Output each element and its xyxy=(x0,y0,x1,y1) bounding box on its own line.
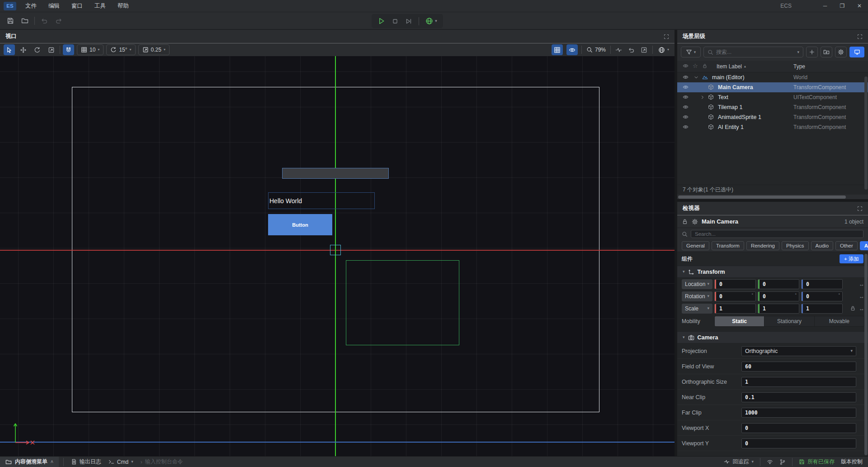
eye-icon[interactable] xyxy=(683,104,689,110)
move-tool-button[interactable] xyxy=(18,44,29,55)
output-log-button[interactable]: 输出日志 xyxy=(71,458,101,466)
add-component-button[interactable]: + 添加 xyxy=(840,254,863,263)
viewport-x-input[interactable]: 0 xyxy=(741,423,856,433)
lock-column-icon[interactable] xyxy=(702,63,708,69)
scale-x-field[interactable]: 1 xyxy=(714,304,756,314)
grid-snap-dropdown[interactable]: 10▾ xyxy=(77,44,104,55)
select-tool-button[interactable] xyxy=(4,44,15,55)
filter-dropdown[interactable]: ▾ xyxy=(681,47,701,57)
add-folder-button[interactable] xyxy=(821,47,832,57)
field-of-view-input[interactable]: 60 xyxy=(741,362,856,372)
hierarchy-horizontal-scrollbar[interactable] xyxy=(677,195,868,199)
app-logo[interactable]: ES xyxy=(4,2,16,10)
lock-icon[interactable] xyxy=(682,219,688,225)
rotation-x-field[interactable]: 0° xyxy=(714,291,756,301)
fullscreen-icon[interactable] xyxy=(640,45,649,55)
hierarchy-settings-button[interactable] xyxy=(835,47,847,57)
step-button[interactable] xyxy=(405,18,412,25)
rotation-dropdown[interactable]: Rotation▾ xyxy=(682,291,712,301)
scale-snap-dropdown[interactable]: 0.25▾ xyxy=(138,44,170,55)
location-y-field[interactable]: 0 xyxy=(758,279,799,289)
chevron-right-icon[interactable] xyxy=(700,95,705,100)
ui-button-element[interactable]: Button xyxy=(268,214,332,235)
item-label-column[interactable]: Item Label ▲ xyxy=(717,63,746,70)
redo-button[interactable] xyxy=(54,16,64,26)
favorite-column-icon[interactable]: ☆ xyxy=(693,63,698,69)
tree-row-main[interactable]: main (Editor) World xyxy=(677,72,868,82)
scene-canvas[interactable]: Hello World Button xyxy=(0,56,675,456)
scale-tool-button[interactable] xyxy=(46,44,57,55)
ui-text-element[interactable]: Hello World xyxy=(268,192,375,209)
version-control-button[interactable]: 版本控制 xyxy=(841,458,863,466)
scale-dropdown[interactable]: Scale▾ xyxy=(682,304,712,314)
menu-tools[interactable]: 工具 xyxy=(94,2,106,10)
tab-transform[interactable]: Transform xyxy=(712,241,744,250)
play-button[interactable] xyxy=(377,17,385,25)
backtrace-dropdown[interactable]: 回追踪▾ xyxy=(724,458,754,466)
tab-all[interactable]: All xyxy=(860,241,868,250)
scale-y-field[interactable]: 1 xyxy=(758,304,799,314)
view-mode-button[interactable] xyxy=(849,47,864,57)
mobility-stationary[interactable]: Stationary xyxy=(764,316,814,326)
tree-row-ai-entity[interactable]: AI Entity 1 TransformComponent xyxy=(677,122,868,132)
ui-slider-element[interactable] xyxy=(282,168,389,179)
add-entity-button[interactable] xyxy=(806,47,818,57)
transform-section-header[interactable]: ▾ Transform xyxy=(677,266,868,278)
location-z-field[interactable]: 0 xyxy=(801,279,843,289)
scale-z-field[interactable]: 1 xyxy=(801,304,843,314)
menu-edit[interactable]: 编辑 xyxy=(48,2,60,10)
maximize-button[interactable]: ❐ xyxy=(834,0,851,12)
hierarchy-expand-icon[interactable] xyxy=(857,34,863,39)
near-clip-input[interactable]: 0.1 xyxy=(741,392,856,402)
eye-icon[interactable] xyxy=(683,94,689,100)
rotate-snap-dropdown[interactable]: 15°▾ xyxy=(106,44,135,55)
snap-toggle-button[interactable] xyxy=(63,44,74,55)
eye-icon[interactable] xyxy=(683,84,689,90)
camera-section-header[interactable]: ▾ Camera xyxy=(677,331,868,343)
tab-physics[interactable]: Physics xyxy=(782,241,809,250)
mobility-movable[interactable]: Movable xyxy=(815,316,864,326)
grid-visibility-button[interactable] xyxy=(552,44,563,55)
zoom-level[interactable]: 79% xyxy=(585,44,607,55)
location-dropdown[interactable]: Location▾ xyxy=(682,279,712,289)
console-command-input[interactable]: ›输入控制台命令 xyxy=(141,458,183,466)
tab-audio[interactable]: Audio xyxy=(811,241,833,250)
tab-rendering[interactable]: Rendering xyxy=(746,241,779,250)
location-x-field[interactable]: 0 xyxy=(714,279,756,289)
open-folder-button[interactable] xyxy=(20,16,30,26)
cmd-dropdown[interactable]: Cmd▾ xyxy=(108,459,133,465)
menu-window[interactable]: 窗口 xyxy=(71,2,83,10)
projection-dropdown[interactable]: Orthographic▾ xyxy=(741,346,856,356)
rotation-z-field[interactable]: 0° xyxy=(801,291,843,301)
inspector-vertical-scrollbar[interactable] xyxy=(864,254,868,455)
close-button[interactable]: ✕ xyxy=(851,0,868,12)
tree-row-animatedsprite[interactable]: AnimatedSprite 1 TransformComponent xyxy=(677,112,868,122)
link-axes-icon[interactable]: ↔ xyxy=(859,305,864,312)
undo-button[interactable] xyxy=(39,16,49,26)
branch-icon[interactable] xyxy=(779,459,786,465)
eye-icon[interactable] xyxy=(683,114,689,120)
tree-row-main-camera[interactable]: Main Camera TransformComponent xyxy=(677,82,868,92)
hierarchy-search-input[interactable]: 搜索...▾ xyxy=(703,47,803,57)
viewport-y-input[interactable]: 0 xyxy=(741,438,856,448)
orthographic-size-input[interactable]: 1 xyxy=(741,377,856,387)
tab-general[interactable]: General xyxy=(682,241,709,250)
stop-button[interactable] xyxy=(392,18,399,25)
hierarchy-vertical-scrollbar[interactable] xyxy=(864,76,868,190)
minimize-button[interactable]: ─ xyxy=(816,0,834,12)
tree-row-tilemap[interactable]: Tilemap 1 TransformComponent xyxy=(677,102,868,112)
far-clip-input[interactable]: 1000 xyxy=(741,408,856,418)
inspector-expand-icon[interactable] xyxy=(857,206,863,211)
menu-file[interactable]: 文件 xyxy=(25,2,37,10)
mobility-static[interactable]: Static xyxy=(715,316,764,326)
eye-icon[interactable] xyxy=(683,124,689,130)
reset-view-icon[interactable] xyxy=(627,45,636,55)
tree-row-text[interactable]: Text UITextComponent xyxy=(677,92,868,102)
visibility-button[interactable] xyxy=(566,44,578,55)
link-axes-icon[interactable]: ↔ xyxy=(859,281,864,287)
content-drawer-button[interactable]: 内容侧滑菜单 ˄ xyxy=(0,457,59,467)
save-button[interactable] xyxy=(5,16,15,26)
tab-other[interactable]: Other xyxy=(835,241,858,250)
scrollbar-thumb[interactable] xyxy=(678,195,846,199)
type-column[interactable]: Type xyxy=(793,63,805,70)
